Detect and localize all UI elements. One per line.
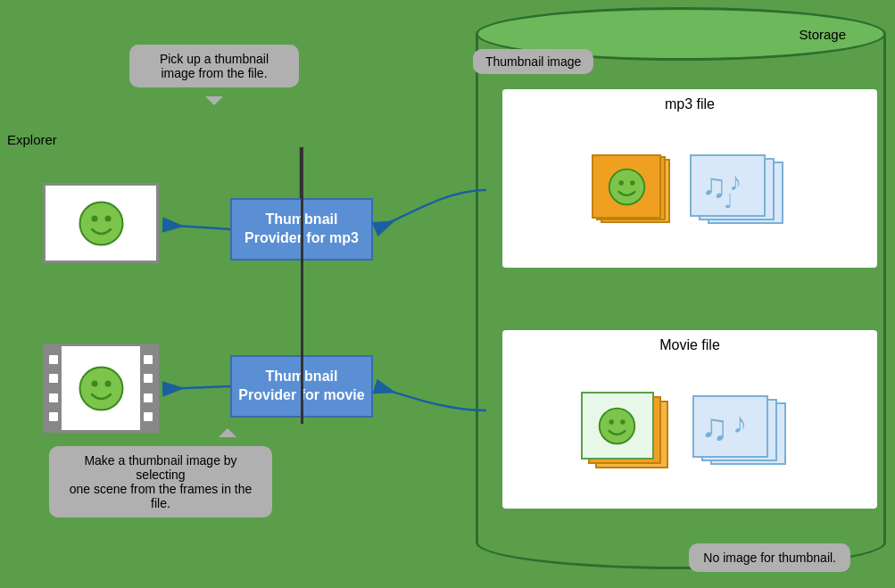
music-notes-movie-icon: ♫ ♪ [699,402,761,451]
movie-title: Movie file [510,337,870,353]
mp3-image-tile [592,154,672,226]
movie-file-doc: Movie file ♫ ♪ [502,330,877,509]
mp3-music-notes: ♫ ♪ ♩ [690,154,788,226]
explorer-label: Explorer [7,132,57,147]
svg-point-11 [79,202,122,244]
smiley-explorer-movie [77,364,126,413]
svg-point-14 [79,367,122,410]
svg-text:♪: ♪ [733,407,747,439]
bubble-pickup: Pick up a thumbnail image from the file. [129,45,299,87]
mp3-file-doc: mp3 file ♫ ♪ [502,89,877,268]
svg-point-7 [609,419,614,424]
svg-point-13 [104,215,111,221]
connector-line [301,147,303,424]
svg-point-6 [600,408,635,443]
film-content [62,346,140,430]
svg-point-1 [618,180,623,185]
svg-point-2 [630,180,634,185]
explorer-frame-mp3 [43,183,159,263]
bubble-thumbnail-image: Thumbnail image [473,49,593,74]
storage-label: Storage [799,27,846,42]
smiley-explorer-mp3 [77,199,126,248]
svg-point-15 [91,380,97,386]
bubble-no-image: No image for thumbnail. [689,543,850,572]
svg-point-16 [104,380,111,386]
film-strip-left [46,346,62,430]
music-notes-icon: ♫ ♪ ♩ [697,161,759,211]
explorer-frame-movie [43,344,159,433]
film-strip-right [140,346,156,430]
mp3-content: ♫ ♪ ♩ [510,121,870,259]
svg-point-0 [609,169,644,204]
svg-text:♩: ♩ [724,190,733,211]
svg-text:♫: ♫ [700,406,729,448]
movie-content: ♫ ♪ [510,362,870,500]
bubble-make-thumbnail: Make a thumbnail image by selecting one … [49,446,272,518]
smiley-movie-tile [597,406,637,446]
mp3-title: mp3 file [510,96,870,112]
movie-image-tile [581,392,675,470]
svg-point-12 [91,215,97,221]
smiley-mp3-tile [607,167,647,207]
svg-point-8 [620,419,625,424]
movie-music-notes: ♫ ♪ [692,395,800,467]
